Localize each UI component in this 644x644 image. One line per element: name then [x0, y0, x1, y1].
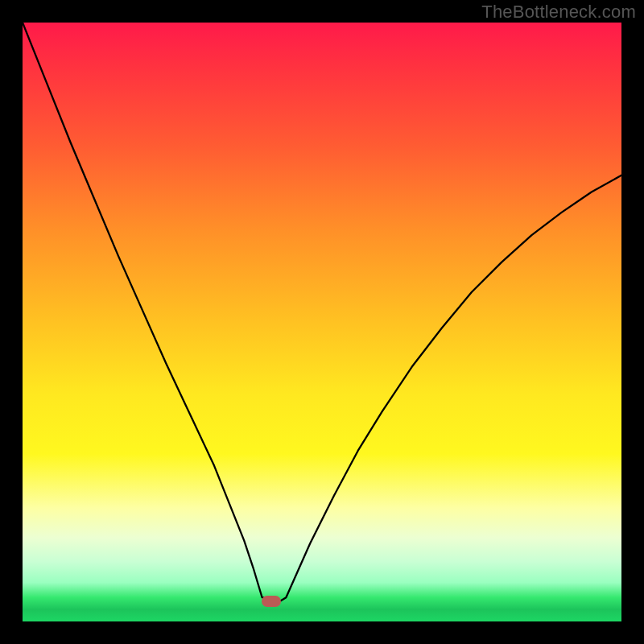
optimum-marker	[262, 596, 281, 607]
curve-svg	[23, 23, 621, 621]
watermark-text: TheBottleneck.com	[481, 2, 636, 23]
bottleneck-curve	[23, 23, 621, 601]
plot-area	[23, 23, 621, 621]
chart-frame: TheBottleneck.com	[0, 0, 644, 644]
